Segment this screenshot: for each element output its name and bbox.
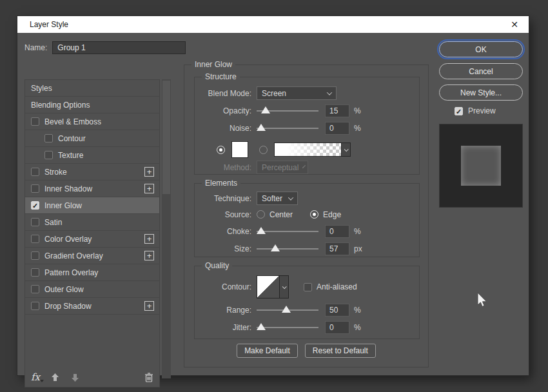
range-slider[interactable]	[257, 304, 318, 317]
checkbox-color-overlay[interactable]	[31, 235, 39, 243]
checkbox-gradient-overlay[interactable]	[31, 251, 39, 260]
sidebar-item-gradient-overlay[interactable]: Gradient Overlay +	[25, 248, 159, 264]
sidebar-item-pattern-overlay[interactable]: Pattern Overlay	[25, 264, 159, 281]
contour-picker[interactable]	[257, 275, 289, 299]
opacity-slider-thumb[interactable]	[261, 106, 270, 113]
sidebar-item-contour[interactable]: Contour	[25, 130, 159, 147]
opacity-row: Opacity: 15 %	[195, 104, 419, 117]
sidebar-item-drop-shadow[interactable]: Drop Shadow +	[25, 298, 159, 315]
gradient-radio[interactable]	[259, 146, 268, 154]
sidebar-item-color-overlay[interactable]: Color Overlay +	[25, 231, 159, 248]
sidebar-item-inner-glow[interactable]: ✓ Inner Glow	[25, 197, 159, 214]
preview-checkbox[interactable]: ✓	[455, 107, 463, 115]
checkbox-contour[interactable]	[44, 134, 53, 142]
sidebar-scrollbar[interactable]	[162, 79, 171, 378]
jitter-slider[interactable]	[257, 321, 318, 334]
opacity-slider[interactable]	[257, 104, 318, 117]
quality-title: Quality	[202, 261, 232, 270]
checkbox-inner-glow[interactable]: ✓	[31, 201, 39, 210]
add-gradient-overlay-icon[interactable]: +	[144, 251, 154, 260]
checkbox-texture[interactable]	[44, 151, 53, 159]
jitter-row: Jitter: 0 %	[195, 320, 419, 334]
glow-color-row	[195, 141, 419, 159]
color-radio[interactable]	[217, 146, 225, 154]
choke-slider[interactable]	[257, 225, 318, 238]
checkbox-satin[interactable]	[31, 218, 39, 226]
range-slider-thumb[interactable]	[282, 306, 291, 313]
technique-select[interactable]: Softer	[257, 191, 298, 205]
method-row: Method: Perceptual	[195, 161, 419, 174]
scrollbar-thumb[interactable]	[162, 81, 170, 194]
name-label: Name:	[24, 43, 47, 52]
move-effect-up-icon[interactable]	[50, 373, 60, 382]
opacity-value[interactable]: 15	[325, 104, 349, 117]
sidebar-item-bevel-emboss[interactable]: Bevel & Emboss	[25, 113, 159, 130]
chevron-down-icon	[327, 90, 332, 95]
noise-row: Noise: 0 %	[195, 121, 419, 135]
glow-color-swatch[interactable]	[231, 141, 248, 158]
new-style-button[interactable]: New Style...	[439, 84, 523, 101]
name-input[interactable]	[52, 41, 186, 54]
source-center-radio[interactable]	[257, 210, 265, 219]
move-effect-down-icon[interactable]	[70, 373, 80, 382]
contour-thumbnail[interactable]	[257, 275, 280, 299]
chevron-down-icon	[288, 195, 293, 200]
sidebar-item-texture[interactable]: Texture	[25, 147, 159, 164]
panel-title: Inner Glow	[191, 60, 235, 69]
sidebar-item-satin[interactable]: Satin	[25, 214, 159, 231]
sidebar-item-stroke[interactable]: Stroke +	[25, 164, 159, 181]
checkbox-bevel-emboss[interactable]	[31, 117, 39, 126]
checkbox-outer-glow[interactable]	[31, 285, 39, 293]
checkbox-stroke[interactable]	[31, 168, 39, 176]
size-slider[interactable]	[257, 242, 318, 255]
anti-aliased-checkbox[interactable]	[304, 283, 312, 291]
sidebar-item-inner-shadow[interactable]: Inner Shadow +	[25, 181, 159, 197]
reset-to-default-button[interactable]: Reset to Default	[305, 344, 376, 358]
noise-slider[interactable]	[257, 122, 318, 135]
source-edge-radio[interactable]	[310, 210, 318, 219]
size-value[interactable]: 57	[325, 242, 349, 255]
styles-sidebar: Styles Blending Options Bevel & Emboss C…	[24, 79, 160, 387]
gradient-picker[interactable]	[274, 142, 351, 157]
cancel-button[interactable]: Cancel	[439, 63, 523, 79]
dialog-content: Name: Styles Blending Options Bevel & Em…	[17, 33, 529, 375]
add-drop-shadow-icon[interactable]: +	[144, 301, 154, 311]
choke-slider-thumb[interactable]	[257, 227, 266, 234]
noise-slider-thumb[interactable]	[257, 124, 266, 131]
choke-value[interactable]: 0	[325, 225, 349, 238]
method-select: Perceptual	[257, 161, 308, 174]
title-bar[interactable]: Layer Style ✕	[17, 16, 529, 33]
add-stroke-icon[interactable]: +	[144, 167, 154, 177]
range-value[interactable]: 50	[325, 304, 349, 317]
sidebar-item-blending-options[interactable]: Blending Options	[25, 97, 159, 113]
blend-mode-select[interactable]: Screen	[257, 86, 337, 100]
checkbox-inner-shadow[interactable]	[31, 184, 39, 193]
checkbox-pattern-overlay[interactable]	[31, 268, 39, 277]
delete-effect-icon[interactable]	[144, 373, 153, 382]
ok-button[interactable]: OK	[439, 41, 523, 57]
make-default-button[interactable]: Make Default	[237, 344, 298, 358]
inner-glow-panel: Inner Glow Structure Blend Mode: Screen …	[184, 64, 429, 368]
close-icon[interactable]: ✕	[506, 16, 523, 33]
layer-style-dialog: Layer Style ✕ Name: Styles Blending Opti…	[17, 16, 529, 375]
dialog-title: Layer Style	[30, 20, 68, 29]
add-color-overlay-icon[interactable]: +	[144, 234, 154, 244]
sidebar-item-outer-glow[interactable]: Outer Glow	[25, 281, 159, 298]
default-buttons-row: Make Default Reset to Default	[184, 344, 428, 358]
noise-value[interactable]: 0	[325, 122, 349, 135]
gradient-chevron-icon[interactable]	[341, 142, 351, 157]
structure-group: Structure Blend Mode: Screen Opacity: 1	[194, 77, 420, 175]
contour-chevron-icon[interactable]	[280, 275, 289, 299]
preview-toggle[interactable]: ✓ Preview	[455, 106, 496, 115]
add-inner-shadow-icon[interactable]: +	[144, 184, 154, 193]
jitter-slider-thumb[interactable]	[257, 323, 266, 330]
blend-mode-row: Blend Mode: Screen	[195, 86, 419, 100]
size-slider-thumb[interactable]	[271, 244, 280, 251]
chevron-down-icon	[302, 165, 306, 168]
preview-glow-square	[461, 146, 501, 186]
sidebar-item-styles[interactable]: Styles	[25, 80, 159, 97]
gradient-bar[interactable]	[274, 142, 341, 157]
checkbox-drop-shadow[interactable]	[31, 302, 39, 310]
jitter-value[interactable]: 0	[325, 321, 349, 334]
fx-menu-icon[interactable]: fx	[31, 371, 40, 383]
